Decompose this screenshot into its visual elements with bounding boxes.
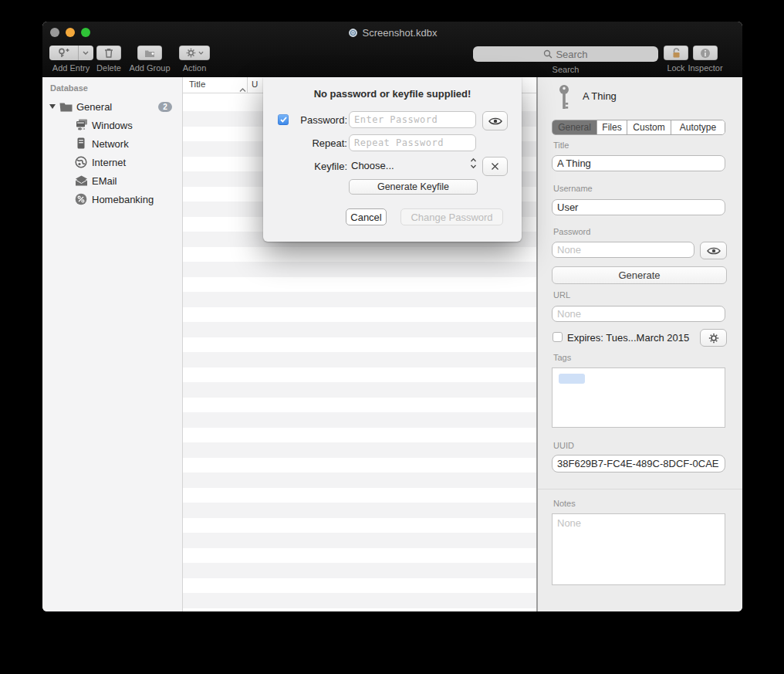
key-icon bbox=[558, 84, 570, 115]
lock-button[interactable] bbox=[664, 46, 688, 60]
padlock-unlocked-icon bbox=[671, 48, 681, 59]
traffic-lights bbox=[50, 28, 90, 37]
delete-button[interactable] bbox=[96, 46, 121, 60]
clear-keyfile-button[interactable] bbox=[482, 157, 508, 176]
reveal-password-button[interactable] bbox=[700, 242, 727, 259]
gear-icon bbox=[186, 48, 196, 58]
globe-icon bbox=[73, 156, 89, 168]
document-icon bbox=[348, 28, 358, 38]
sidebar-header: Database bbox=[50, 83, 88, 93]
tags-box[interactable] bbox=[552, 367, 725, 428]
title-input[interactable] bbox=[552, 155, 725, 171]
change-password-button[interactable]: Change Password bbox=[400, 208, 503, 225]
disclosure-triangle-icon[interactable] bbox=[47, 104, 58, 109]
sidebar-item-homebanking[interactable]: Homebanking bbox=[42, 190, 182, 208]
sidebar-item-network[interactable]: Network bbox=[42, 134, 182, 153]
tab-general[interactable]: General bbox=[553, 120, 597, 134]
action-button[interactable] bbox=[179, 46, 210, 60]
sidebar-item-windows[interactable]: Windows bbox=[42, 116, 182, 134]
dialog-repeat-input[interactable] bbox=[349, 134, 476, 151]
dialog-password-label: Password: bbox=[279, 114, 347, 126]
email-icon bbox=[73, 175, 89, 186]
notes-field-label: Notes bbox=[553, 499, 576, 508]
inspector-group: Inspector bbox=[686, 46, 725, 73]
sidebar-item-general[interactable]: General 2 bbox=[42, 97, 182, 116]
action-group: Action bbox=[179, 46, 210, 73]
window-chrome: Screenshot.kdbx Add Entry bbox=[42, 22, 742, 77]
generate-password-button[interactable]: Generate bbox=[552, 266, 727, 284]
close-button[interactable] bbox=[50, 28, 59, 37]
entry-title: A Thing bbox=[583, 90, 617, 102]
username-field-label: Username bbox=[553, 184, 593, 193]
folder-icon bbox=[58, 102, 73, 112]
cancel-button[interactable]: Cancel bbox=[346, 208, 387, 225]
column-header-username[interactable]: U bbox=[252, 80, 258, 89]
sidebar-item-label: Windows bbox=[92, 120, 133, 131]
add-entry-dropdown-arrow-icon[interactable] bbox=[78, 46, 93, 60]
close-x-icon bbox=[491, 162, 499, 171]
url-input[interactable] bbox=[552, 306, 725, 322]
add-entry-button[interactable] bbox=[49, 46, 93, 60]
search-input[interactable]: Search bbox=[473, 46, 658, 62]
inspector-label: Inspector bbox=[688, 63, 722, 73]
add-group-button[interactable] bbox=[137, 46, 162, 60]
eye-icon bbox=[707, 246, 721, 256]
search-group: Search Search bbox=[473, 46, 658, 74]
uuid-field-label: UUID bbox=[553, 441, 574, 450]
change-password-dialog: No password or keyfile supplied! Passwor… bbox=[263, 77, 522, 242]
titlebar[interactable]: Screenshot.kdbx bbox=[42, 22, 742, 43]
inspector-button[interactable] bbox=[693, 46, 718, 60]
generate-keyfile-button[interactable]: Generate Keyfile bbox=[349, 179, 478, 195]
url-field-label: URL bbox=[553, 290, 570, 300]
dialog-keyfile-label: Keyfile: bbox=[279, 161, 347, 172]
password-input[interactable] bbox=[552, 242, 694, 258]
percent-icon bbox=[73, 193, 89, 205]
tab-autotype[interactable]: Autotype bbox=[671, 120, 725, 134]
action-label: Action bbox=[183, 63, 207, 73]
dialog-reveal-password-button[interactable] bbox=[482, 111, 508, 130]
folder-plus-icon bbox=[144, 49, 155, 58]
windows-icon bbox=[73, 119, 89, 131]
sidebar-item-internet[interactable]: Internet bbox=[42, 153, 182, 171]
dialog-message: No password or keyfile supplied! bbox=[263, 88, 522, 100]
minimize-button[interactable] bbox=[66, 28, 75, 37]
window-title-text: Screenshot.kdbx bbox=[363, 27, 438, 39]
uuid-input[interactable] bbox=[552, 455, 725, 472]
username-input[interactable] bbox=[552, 199, 725, 215]
password-field-label: Password bbox=[553, 227, 590, 236]
eye-icon bbox=[488, 117, 502, 126]
zoom-button[interactable] bbox=[81, 28, 90, 37]
add-group-label: Add Group bbox=[129, 63, 170, 73]
add-entry-group: Add Entry bbox=[51, 46, 91, 73]
toolbar: Add Entry Delete Add Group bbox=[42, 43, 742, 77]
sidebar-item-email[interactable]: EMail bbox=[42, 171, 182, 190]
network-icon bbox=[73, 137, 89, 150]
lock-label: Lock bbox=[667, 63, 684, 73]
column-header-title[interactable]: Title bbox=[189, 80, 205, 89]
chevron-down-icon bbox=[198, 51, 204, 55]
inspector-panel: A Thing General Files Custom Autotype Ti… bbox=[538, 77, 742, 611]
expires-settings-button[interactable] bbox=[700, 329, 727, 347]
delete-label: Delete bbox=[96, 63, 121, 73]
notes-textarea[interactable] bbox=[552, 513, 725, 585]
dialog-password-input[interactable] bbox=[349, 111, 476, 128]
window-title: Screenshot.kdbx bbox=[348, 27, 438, 39]
tab-files[interactable]: Files bbox=[597, 120, 627, 134]
tab-custom[interactable]: Custom bbox=[627, 120, 671, 134]
expires-checkbox[interactable] bbox=[553, 332, 563, 342]
dialog-repeat-label: Repeat: bbox=[279, 137, 347, 149]
sidebar-item-label: General bbox=[76, 101, 112, 113]
tags-field-label: Tags bbox=[553, 353, 571, 362]
keyfile-dropdown[interactable]: Choose... bbox=[351, 160, 394, 171]
column-divider[interactable] bbox=[247, 77, 248, 93]
key-plus-icon[interactable] bbox=[49, 46, 78, 60]
sidebar-item-label: Network bbox=[92, 138, 129, 150]
sidebar-item-label: Homebanking bbox=[92, 194, 154, 205]
magnifier-icon bbox=[543, 49, 553, 59]
tag-pill[interactable] bbox=[559, 374, 585, 384]
expires-label: Expires: Tues...March 2015 bbox=[567, 332, 689, 344]
stepper-chevrons-icon[interactable] bbox=[470, 157, 477, 172]
search-label: Search bbox=[553, 65, 580, 74]
trash-icon bbox=[104, 48, 113, 58]
add-group-group: Add Group bbox=[127, 46, 172, 73]
